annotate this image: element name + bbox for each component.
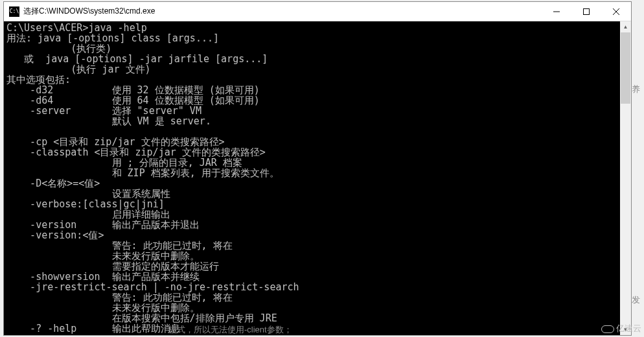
background-text-bottom: 模式，所以无法使用-client参数； (168, 324, 292, 336)
minimize-icon (553, 8, 560, 15)
svg-rect-1 (584, 9, 590, 15)
vertical-scrollbar[interactable]: ▲ ▼ (620, 21, 631, 335)
console-area: C:\Users\ACER>java -help 用法: java [-opti… (4, 21, 631, 335)
window-title: 选择C:\WINDOWS\system32\cmd.exe (23, 6, 542, 17)
window-controls (542, 2, 631, 21)
watermark: 亿速云 (601, 323, 641, 334)
scrollbar-thumb[interactable] (621, 32, 630, 104)
cmd-window: C:\ 选择C:\WINDOWS\system32\cmd.exe C:\Use… (3, 1, 632, 336)
close-icon (613, 8, 619, 15)
console-output[interactable]: C:\Users\ACER>java -help 用法: java [-opti… (4, 21, 620, 335)
background-char-1: 养 (632, 84, 640, 95)
maximize-icon (583, 8, 590, 15)
cmd-icon: C:\ (9, 6, 19, 17)
close-button[interactable] (601, 2, 631, 21)
maximize-button[interactable] (571, 2, 601, 21)
minimize-button[interactable] (542, 2, 571, 21)
watermark-text: 亿速云 (616, 323, 641, 334)
titlebar[interactable]: C:\ 选择C:\WINDOWS\system32\cmd.exe (4, 2, 631, 21)
background-char-2: 发 (632, 294, 640, 306)
scrollbar-up-arrow[interactable]: ▲ (620, 21, 631, 32)
cloud-icon (601, 323, 614, 334)
scrollbar-track[interactable] (620, 32, 631, 324)
